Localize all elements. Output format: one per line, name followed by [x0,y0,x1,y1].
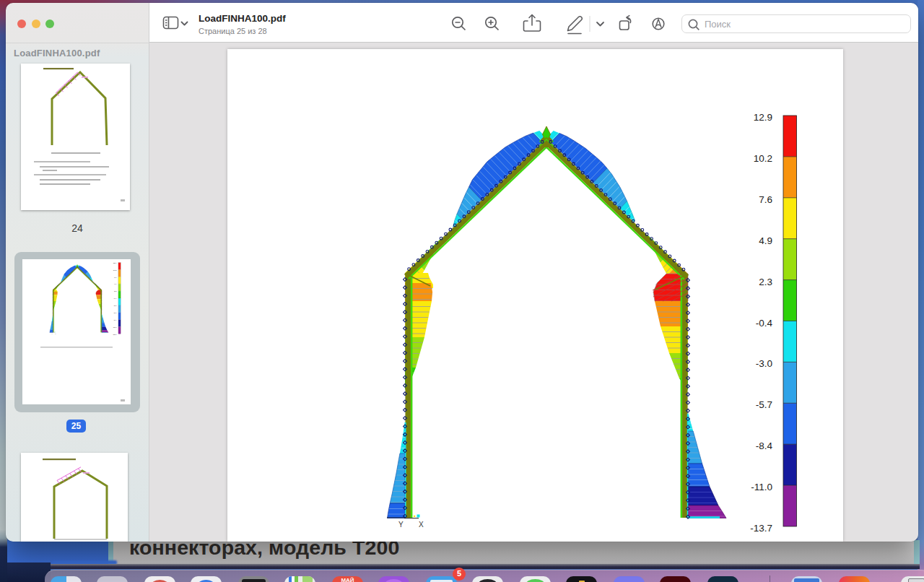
svg-text:4.9: 4.9 [759,235,772,246]
svg-text:7.6: 7.6 [759,194,772,205]
svg-text:-0.4: -0.4 [756,318,773,329]
svg-text:12.9: 12.9 [754,112,772,123]
svg-text:-13.7: -13.7 [750,523,772,534]
svg-text:X: X [419,521,424,529]
svg-text:-11.0: -11.0 [751,482,772,492]
svg-text:Y: Y [398,521,404,529]
svg-text:2.3: 2.3 [759,277,772,287]
svg-text:-8.4: -8.4 [756,440,773,451]
svg-text:-5.7: -5.7 [756,399,772,410]
svg-text:10.2: 10.2 [754,153,772,164]
svg-text:-3.0: -3.0 [756,358,772,369]
